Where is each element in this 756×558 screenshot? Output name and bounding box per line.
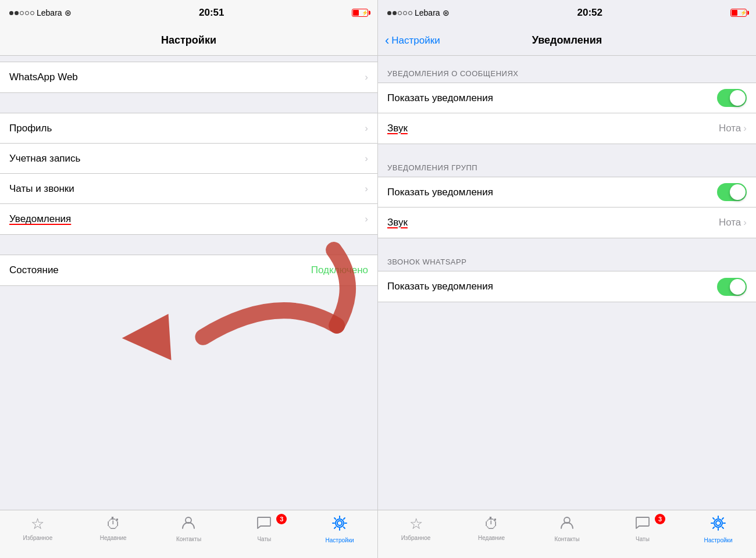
r-tab-contacts[interactable]: Контакты xyxy=(529,514,605,542)
dot-2 xyxy=(15,11,19,15)
left-battery: ⚡ xyxy=(352,9,368,17)
notifications-item[interactable]: Уведомления › xyxy=(0,204,377,234)
right-time: 20:52 xyxy=(577,7,602,19)
toggle-thumb-1 xyxy=(730,90,746,106)
r-contacts-label: Контакты xyxy=(554,536,579,542)
right-nav-bar: ‹ Настройки Уведомления xyxy=(378,26,756,56)
left-settings-list: WhatsApp Web › Профиль › Учетная запись … xyxy=(0,56,377,510)
r-contacts-icon xyxy=(559,515,575,534)
account-right: › xyxy=(365,153,368,164)
toggle-thumb-3 xyxy=(730,279,746,295)
account-item[interactable]: Учетная запись › xyxy=(0,144,377,174)
dot-4 xyxy=(25,11,29,15)
back-label: Настройки xyxy=(391,35,440,46)
account-label: Учетная запись xyxy=(9,153,80,164)
right-nav-back[interactable]: ‹ Настройки xyxy=(385,33,440,48)
spacer-3 xyxy=(378,144,756,150)
favorites-label: Избранное xyxy=(23,535,53,541)
notifications-label: Уведомления xyxy=(9,213,71,225)
status-item[interactable]: Состояние Подключено xyxy=(0,255,377,285)
left-time: 20:51 xyxy=(199,7,224,19)
status-group: Состояние Подключено xyxy=(0,255,377,286)
right-battery: ⚡ xyxy=(730,9,747,17)
profile-right: › xyxy=(365,123,368,134)
groups-section-label: УВЕДОМЛЕНИЯ ГРУПП xyxy=(387,163,477,172)
whatsapp-web-group: WhatsApp Web › xyxy=(0,62,377,93)
r-tab-favorites[interactable]: ☆ Избранное xyxy=(378,514,454,541)
chats-tab-label: Чаты xyxy=(257,536,271,542)
chats-item[interactable]: Чаты и звонки › xyxy=(0,174,377,204)
sound-groups-label: Звук xyxy=(387,217,408,228)
show-notif-groups-label: Показать уведомления xyxy=(387,187,493,198)
sound-groups-value: Нота xyxy=(719,217,741,228)
sound-groups-right: Нота › xyxy=(719,217,747,228)
r-dot-4 xyxy=(403,11,407,15)
r-tab-chats[interactable]: 3 Чаты xyxy=(605,514,680,542)
r-settings-icon xyxy=(710,515,726,535)
notifications-chevron: › xyxy=(365,213,368,225)
contacts-label: Контакты xyxy=(176,536,201,542)
right-carrier: Lebara xyxy=(415,8,440,17)
show-notif-messages-label: Показать уведомления xyxy=(387,92,493,104)
left-signal xyxy=(9,11,34,15)
r-favorites-label: Избранное xyxy=(401,535,431,541)
sound-messages[interactable]: Звук Нота › xyxy=(378,113,756,144)
sound-messages-label: Звук xyxy=(387,123,408,134)
tab-chats[interactable]: 3 Чаты xyxy=(226,514,302,542)
r-tab-settings[interactable]: Настройки xyxy=(680,514,756,543)
left-status-right: ⚡ xyxy=(352,9,368,17)
tab-contacts[interactable]: Контакты xyxy=(151,514,227,542)
profile-item[interactable]: Профиль › xyxy=(0,113,377,144)
left-battery-inner xyxy=(353,10,359,16)
whatsapp-web-item[interactable]: WhatsApp Web › xyxy=(0,62,377,92)
back-arrow-icon: ‹ xyxy=(385,33,389,48)
profile-chevron: › xyxy=(365,123,368,134)
status-value: Подключено xyxy=(311,264,368,276)
left-nav-title: Настройки xyxy=(161,34,216,46)
r-favorites-icon: ☆ xyxy=(409,515,423,533)
calls-notif-group: Показать уведомления xyxy=(378,271,756,302)
right-tab-bar: ☆ Избранное ⏱ Недавние Контакты 3 Чат xyxy=(378,510,756,558)
toggle-thumb-2 xyxy=(730,184,746,200)
sound-messages-right: Нота › xyxy=(719,123,747,134)
r-dot-1 xyxy=(387,11,391,15)
tab-settings[interactable]: Настройки xyxy=(302,514,377,543)
svg-point-3 xyxy=(337,521,342,525)
right-settings-list: УВЕДОМЛЕНИЯ О СООБЩЕНИЯХ Показать уведом… xyxy=(378,56,756,510)
svg-point-6 xyxy=(716,521,721,525)
r-settings-tab-label: Настройки xyxy=(704,537,732,543)
status-label: Состояние xyxy=(9,264,59,276)
right-battery-bolt: ⚡ xyxy=(740,10,747,16)
right-status-right: ⚡ xyxy=(730,9,747,17)
show-notif-calls-label: Показать уведомления xyxy=(387,281,493,292)
r-dot-2 xyxy=(393,11,397,15)
show-notif-messages[interactable]: Показать уведомления xyxy=(378,83,756,113)
top-spacer xyxy=(0,56,377,62)
left-tab-bar: ☆ Избранное ⏱ Недавние Контакты 3 Чат xyxy=(0,510,377,558)
tab-recent[interactable]: ⏱ Недавние xyxy=(76,514,151,541)
r-recent-icon: ⏱ xyxy=(484,515,499,533)
dot-1 xyxy=(9,11,13,15)
dot-3 xyxy=(20,11,24,15)
show-notif-messages-toggle[interactable] xyxy=(717,89,747,107)
left-phone-panel: Lebara ⊛ 20:51 ⚡ Настройки WhatsApp Web … xyxy=(0,0,378,558)
chats-chevron: › xyxy=(365,183,368,195)
chats-right: › xyxy=(365,183,368,195)
show-notif-groups[interactable]: Показать уведомления xyxy=(378,177,756,208)
right-wifi-icon: ⊛ xyxy=(443,8,450,17)
chats-icon xyxy=(256,515,272,534)
show-notif-groups-right xyxy=(717,183,747,201)
show-notif-calls[interactable]: Показать уведомления xyxy=(378,271,756,302)
settings-tab-label: Настройки xyxy=(326,537,354,543)
r-chats-icon xyxy=(635,515,650,534)
sound-groups[interactable]: Звук Нота › xyxy=(378,208,756,238)
tab-favorites[interactable]: ☆ Избранное xyxy=(0,514,76,541)
left-battery-bolt: ⚡ xyxy=(362,10,368,16)
r-tab-recent[interactable]: ⏱ Недавние xyxy=(454,514,529,541)
show-notif-groups-toggle[interactable] xyxy=(717,183,747,201)
r-dot-5 xyxy=(408,11,412,15)
account-chevron: › xyxy=(365,153,368,164)
show-notif-calls-toggle[interactable] xyxy=(717,278,747,296)
messages-notif-group: Показать уведомления Звук Нота › xyxy=(378,83,756,144)
show-notif-calls-right xyxy=(717,278,747,296)
